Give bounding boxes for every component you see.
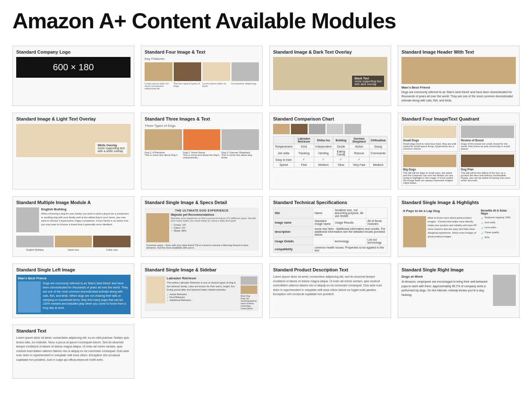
list-item-1: ✓ Active Behavior — [167, 293, 239, 296]
module-multiple-image: Standard Multiple Image Module A English… — [12, 196, 134, 257]
col-header-2: Shiba Inu — [314, 136, 333, 144]
module-light-overlay: Standard Image & Light Text Overlay Whit… — [12, 113, 134, 190]
three-img-1 — [145, 129, 182, 150]
col-header-trait — [273, 136, 294, 144]
logo-dimensions: 600 × 180 — [53, 62, 94, 73]
small-img-label-3: Collar size — [93, 249, 131, 251]
module-dark-overlay: Standard Image & Dark Text Overlay Black… — [269, 46, 391, 106]
quadrant-text-3: The tall will be dogs to small ones, the… — [403, 172, 456, 184]
highlights-text: Want to know more about great product im… — [428, 216, 479, 247]
tech-specs-table: title Name Smallest size, not assuming p… — [273, 207, 387, 253]
module-specs-detail: Standard Single Image & Specs Detail THE… — [141, 196, 263, 257]
specs-feature-list: ✓ Grows: 1% ✓ Gains: 1% ✓ Sleep: 80% — [171, 223, 257, 232]
highlights-header-row: It Pays to be a Lap Dog Benefits At A So… — [403, 209, 514, 215]
table-row: description some text here - Additional … — [273, 227, 387, 237]
breed-name: Labrador Retriever — [167, 276, 239, 280]
dog-caption-2: The four typical types of dogs. — [173, 82, 201, 90]
comparison-table: Labrador Retriever Shiba Inu Bulldog Ger… — [273, 136, 387, 167]
module-title: Standard Comparison Chart — [273, 116, 387, 121]
check-icon: ✓ — [171, 226, 173, 229]
sidebar-secondary-img-1 — [241, 276, 257, 285]
overlay-container: Black Text some supporting textwith dark… — [273, 57, 387, 90]
quadrant-title-3: Big Dogs — [403, 168, 456, 171]
three-caption-3: Dog 3: German ShepherdThis is some text … — [222, 151, 259, 159]
dog-caption-4: Consectetur adipiscing. — [231, 82, 259, 90]
module-single-left-image: Standard Single Left Image Man's Best Fr… — [12, 264, 134, 318]
light-overlay-image: White Overlay some supporting textwith a… — [16, 124, 131, 157]
check-icon: ✓ — [171, 229, 173, 232]
module-single-right-image: Standard Single Right Image Dogs at Work… — [398, 264, 520, 318]
small-img-3 — [93, 236, 131, 247]
multi-main-img — [16, 207, 39, 232]
spec-item-3: ✓ Sleep: 80% — [171, 229, 257, 232]
trait-label: Job skills — [273, 149, 294, 157]
right-image-layout: Dogs at Work At Amazon, employees are en… — [401, 275, 516, 306]
quadrant-title-4: Dog Plan — [461, 168, 514, 171]
highlight-text: 50% — [485, 236, 490, 239]
dog-caption-3: Lorem ipsum dolor sit amet. — [202, 82, 230, 90]
breed-desc: The yellow Labrador Retriever is one of … — [167, 281, 239, 291]
list-item-3: ✓ Additional Behavior... — [167, 299, 239, 302]
chart-dog-5 — [345, 124, 361, 134]
spec-value: Name — [313, 208, 333, 219]
sidebar-main-image — [146, 276, 165, 303]
left-image — [18, 281, 41, 313]
highlight-text: and really — [485, 221, 495, 224]
subtitle: Key Features — [145, 57, 259, 61]
three-img-2 — [183, 129, 221, 150]
table-row: Speed Fast Medium Slow Very Fast Medium — [273, 163, 387, 167]
multi-subtitle: English Bulldog — [41, 207, 131, 211]
spec-value — [313, 237, 333, 245]
highlight-text: Less work... — [485, 226, 498, 229]
specs-desc: Maintain your happiness or find a person… — [171, 217, 257, 222]
highlight-text: Three quality — [485, 231, 499, 234]
check-icon: ✓ — [167, 296, 169, 299]
trait-label: Temperament — [273, 144, 294, 149]
small-img-cell-3: Collar size — [93, 236, 131, 251]
check-icon: ✓ — [481, 227, 484, 230]
specs-header: THE ULTIMATE DOG EXPERIENCE — [146, 209, 257, 212]
dog-image-1 — [145, 62, 172, 81]
check-icon: ✓ — [171, 223, 173, 226]
table-row: Easy to train ✓ ✓ ✓ ✓ — [273, 157, 387, 163]
sidebar-right-col: Short DogDogs are recommended as some of… — [241, 276, 257, 310]
four-text-grid: Lorem ipsum dolor sit amet consectetur a… — [145, 82, 259, 90]
caption: Man's Best Friend — [401, 86, 516, 89]
highlight-4: ✓ Three quality — [481, 231, 514, 235]
chart-dog-4 — [327, 124, 343, 134]
module-four-image-text: Standard Four Image & Text Key Features … — [141, 46, 263, 106]
spec-value: some text here - Additional information … — [313, 227, 387, 237]
module-title: Standard Product Description Text — [273, 267, 387, 272]
table-row: Usage Details technology List out techno… — [273, 237, 387, 245]
module-title: Standard Single Image & Highlights — [401, 200, 516, 205]
chart-dog-2 — [291, 124, 308, 134]
col-header-5: Chihuahua — [369, 136, 387, 144]
table-row: compatibility common health issues: Prop… — [273, 245, 387, 253]
light-overlay-container: White Overlay some supporting textwith a… — [16, 124, 131, 157]
overlay-title: Black Text — [355, 77, 382, 80]
overlay-body: some supporting textwith a white overlay — [98, 147, 125, 153]
quadrant-cell-1: Small Dogs Small dogs tend to need less … — [401, 124, 458, 152]
quadrant-img-2 — [461, 126, 514, 138]
trait-label: Easy to train — [273, 157, 294, 163]
col-header-1: Labrador Retriever — [294, 136, 314, 144]
module-title: Standard Four Image & Text — [145, 49, 259, 54]
standard-text-body: Lorem ipsum dolor sit amet, consectetur … — [16, 336, 131, 362]
highlight-5: ✓ 50% — [481, 236, 514, 240]
specs-container: THE ULTIMATE DOG EXPERIENCE Majestic pet… — [145, 207, 259, 251]
col-header-3: Bulldog — [333, 136, 349, 144]
dog-caption-1: Lorem ipsum dolor sit amet consectetur a… — [145, 82, 172, 90]
trait-label: Speed — [273, 163, 294, 167]
spec-value-2 — [366, 208, 387, 219]
small-img-label-1: English Bulldog — [16, 249, 54, 251]
highlight-1: ✓ Reduced napping: 50% — [481, 216, 514, 220]
table-row: Job skills Tracking Herding Eating Candy… — [273, 149, 387, 157]
overlay-image: Black Text some supporting textwith dark… — [273, 57, 387, 90]
table-row: image name Standard image name Usage Res… — [273, 219, 387, 227]
check-icon: ✓ — [481, 232, 484, 235]
module-title: Standard Single Image & Specs Detail — [145, 200, 259, 205]
small-image-row: English Bulldog Head size Collar size — [16, 236, 131, 251]
left-img-title: Man's Best Friend — [18, 276, 129, 280]
spec-label-2: Smallest size, not assuming purpose. All… — [333, 208, 366, 219]
dog-image-2 — [174, 62, 202, 81]
